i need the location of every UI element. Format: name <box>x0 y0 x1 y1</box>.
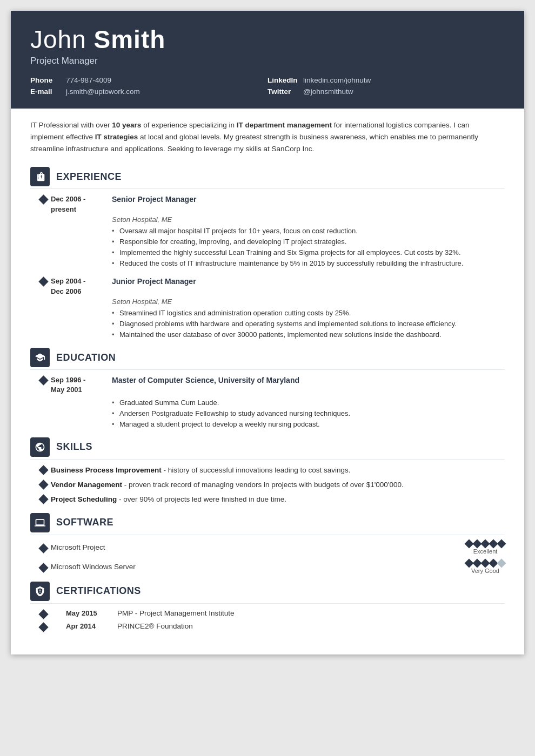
bullet-item: Reduced the costs of IT infrastructure m… <box>112 258 505 269</box>
software-title: SOFTWARE <box>56 517 113 528</box>
experience-entry-2: Sep 2004 -Dec 2006 Junior Project Manage… <box>30 276 505 340</box>
bullet-item: Graduated Summa Cum Laude. <box>112 397 505 408</box>
phone-value: 774-987-4009 <box>66 76 111 84</box>
skill-content-3: Project Scheduling - over 90% of project… <box>51 494 286 505</box>
skill-desc-1: - history of successful innovations lead… <box>162 466 351 474</box>
skill-name-1: Business Process Improvement <box>51 466 162 474</box>
linkedin-item: LinkedIn linkedin.com/johnutw <box>268 76 505 84</box>
diamond-icon <box>38 563 48 572</box>
skill-content-2: Vendor Management - proven track record … <box>51 480 404 490</box>
entry-company-1: Seton Hospital, ME <box>112 215 505 224</box>
bullet-item: Maintained the user database of over 300… <box>112 329 505 340</box>
skill-content-1: Business Process Improvement - history o… <box>51 465 351 476</box>
experience-section: EXPERIENCE Dec 2006 -present Senior Proj… <box>30 167 505 340</box>
cert-entry-2: Apr 2014 PRINCE2® Foundation <box>30 622 505 631</box>
cert-title: CERTIFICATIONS <box>56 585 141 597</box>
edu-header-1: Sep 1996 -May 2001 Master of Computer Sc… <box>51 375 505 395</box>
diamond-icon <box>38 375 48 385</box>
skill-name-3: Project Scheduling <box>51 495 117 503</box>
cert-bullet-1 <box>36 609 51 618</box>
software-icon <box>30 513 50 532</box>
education-header: EDUCATION <box>30 348 505 370</box>
d-filled <box>497 539 506 548</box>
skill-name-2: Vendor Management <box>51 481 122 489</box>
d-empty <box>497 558 506 568</box>
diamond-icon <box>38 465 48 475</box>
education-icon <box>30 348 50 367</box>
sw-name-2: Microsoft Windows Server <box>51 563 466 571</box>
education-section: EDUCATION Sep 1996 -May 2001 Master of C… <box>30 348 505 430</box>
phone-item: Phone 774-987-4009 <box>30 76 268 84</box>
contact-info: Phone 774-987-4009 E-mail j.smith@uptowo… <box>30 76 505 96</box>
experience-icon <box>30 167 50 186</box>
bullet-1 <box>36 194 51 269</box>
entry-header-1: Dec 2006 -present Senior Project Manager <box>51 194 505 214</box>
diamond-icon <box>38 622 48 632</box>
job-title: Project Manager <box>30 56 505 66</box>
bullet-item: Andersen Postgraduate Fellowship to stud… <box>112 408 505 419</box>
rating-diamonds-2 <box>466 560 505 566</box>
bullet-item: Oversaw all major hospital IT projects f… <box>112 226 505 237</box>
bullet-item: Diagnosed problems with hardware and ope… <box>112 319 505 329</box>
linkedin-value: linkedin.com/johnutw <box>303 76 371 84</box>
diamond-icon <box>38 480 48 489</box>
phone-label: Phone <box>30 76 63 84</box>
cert-header: CERTIFICATIONS <box>30 582 505 604</box>
skills-title: SKILLS <box>56 441 92 453</box>
bullet-2 <box>36 276 51 340</box>
sw-bullet-2 <box>36 563 51 571</box>
bullet-item: Streamlined IT logistics and administrat… <box>112 308 505 319</box>
contact-col-right: LinkedIn linkedin.com/johnutw Twitter @j… <box>268 76 505 96</box>
cert-date-2: Apr 2014 <box>66 622 117 630</box>
skill-bullet-2 <box>36 480 51 488</box>
body-section: IT Professional with over 10 years of ex… <box>11 109 524 654</box>
entry-bullets-1: Oversaw all major hospital IT projects f… <box>112 226 505 269</box>
certifications-section: CERTIFICATIONS May 2015 PMP - Project Ma… <box>30 582 505 631</box>
sw-bullet-1 <box>36 543 51 552</box>
summary-section: IT Professional with over 10 years of ex… <box>30 119 505 158</box>
skill-bullet-3 <box>36 494 51 503</box>
twitter-label: Twitter <box>268 87 300 96</box>
experience-title: EXPERIENCE <box>56 171 122 183</box>
entry-content-1: Dec 2006 -present Senior Project Manager… <box>51 194 505 269</box>
email-label: E-mail <box>30 87 63 96</box>
first-name: John <box>30 25 86 53</box>
skills-header: SKILLS <box>30 437 505 460</box>
diamond-icon <box>38 609 48 619</box>
software-header: SOFTWARE <box>30 513 505 535</box>
linkedin-label: LinkedIn <box>268 76 300 84</box>
software-section: SOFTWARE Microsoft Project Excellent <box>30 513 505 574</box>
cert-entry-1: May 2015 PMP - Project Management Instit… <box>30 609 505 618</box>
last-name: Smith <box>94 25 166 53</box>
skill-entry-1: Business Process Improvement - history o… <box>30 465 505 476</box>
contact-col-left: Phone 774-987-4009 E-mail j.smith@uptowo… <box>30 76 268 96</box>
cert-bullet-2 <box>36 622 51 631</box>
software-entry-2: Microsoft Windows Server Very Good <box>30 560 505 574</box>
diamond-icon <box>38 277 48 287</box>
email-value: j.smith@uptowork.com <box>66 87 140 96</box>
edu-content-1: Sep 1996 -May 2001 Master of Computer Sc… <box>51 375 505 430</box>
cert-row-1: May 2015 PMP - Project Management Instit… <box>51 609 235 617</box>
skills-section: SKILLS Business Process Improvement - hi… <box>30 437 505 505</box>
bullet-item: Responsible for creating, improving, and… <box>112 237 505 247</box>
entry-date-2: Sep 2004 -Dec 2006 <box>51 276 102 296</box>
entry-title-2: Junior Project Manager <box>112 276 196 287</box>
cert-row-2: Apr 2014 PRINCE2® Foundation <box>51 622 193 630</box>
sw-rating-2: Very Good <box>466 560 505 574</box>
diamond-icon <box>38 495 48 504</box>
sw-rating-1: Excellent <box>466 541 505 555</box>
resume-document: John Smith Project Manager Phone 774-987… <box>11 11 524 654</box>
twitter-value: @johnsmithutw <box>303 87 353 96</box>
twitter-item: Twitter @johnsmithutw <box>268 87 505 96</box>
cert-name-1: PMP - Project Management Institute <box>117 609 235 617</box>
skill-desc-3: - over 90% of projects led were finished… <box>117 495 286 503</box>
entry-date-1: Dec 2006 -present <box>51 194 102 214</box>
entry-header-2: Sep 2004 -Dec 2006 Junior Project Manage… <box>51 276 505 296</box>
cert-icon <box>30 582 50 601</box>
skill-entry-3: Project Scheduling - over 90% of project… <box>30 494 505 505</box>
experience-entry-1: Dec 2006 -present Senior Project Manager… <box>30 194 505 269</box>
skill-desc-2: - proven track record of managing vendor… <box>122 481 404 489</box>
experience-header: EXPERIENCE <box>30 167 505 189</box>
email-item: E-mail j.smith@uptowork.com <box>30 87 268 96</box>
skill-bullet-1 <box>36 465 51 474</box>
